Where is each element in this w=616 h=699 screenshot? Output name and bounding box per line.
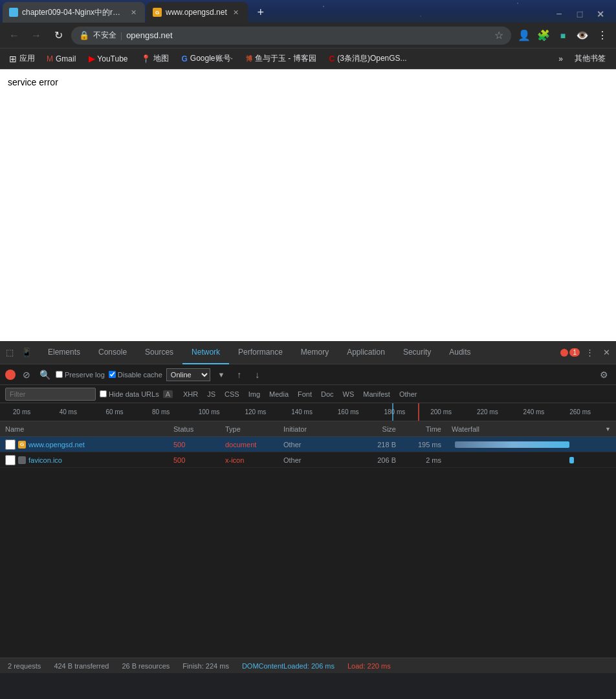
tab-sources[interactable]: Sources xyxy=(136,341,182,364)
tab-performance[interactable]: Performance xyxy=(229,341,292,364)
row2-initiator: Other xyxy=(278,456,356,464)
import-btn[interactable]: ↑ xyxy=(232,368,247,382)
menu-button[interactable]: ⋮ xyxy=(593,27,611,45)
tab1-favicon xyxy=(9,8,18,17)
devtools-more-btn[interactable]: ⋮ xyxy=(582,346,597,360)
record-button[interactable] xyxy=(5,370,16,380)
address-bar[interactable]: 🔒 不安全 | opengsd.net ☆ xyxy=(71,27,511,45)
extension-mascot-button[interactable]: 👁️ xyxy=(573,27,591,45)
bookmark-gmail[interactable]: M Gmail xyxy=(41,53,81,65)
export-btn[interactable]: ↓ xyxy=(250,368,265,382)
tab-application[interactable]: Application xyxy=(338,341,394,364)
close-window-button[interactable]: ✕ xyxy=(591,5,610,23)
col-header-size[interactable]: Size xyxy=(356,425,401,433)
table-row[interactable]: G www.opengsd.net 500 document Other 218… xyxy=(0,437,616,452)
forward-button[interactable]: → xyxy=(27,27,45,45)
bookmark-blog[interactable]: 博 鱼与于玉 - 博客园 xyxy=(241,52,322,65)
tab2-close-btn[interactable]: ✕ xyxy=(231,7,241,17)
filter-other[interactable]: Other xyxy=(395,390,421,399)
bookmark-youtube[interactable]: ▶ YouTube xyxy=(83,53,133,65)
back-button[interactable]: ← xyxy=(5,27,23,45)
tab-security[interactable]: Security xyxy=(394,341,440,364)
filter-ws[interactable]: WS xyxy=(339,390,358,399)
mark-260ms: 260 ms xyxy=(569,408,616,416)
error-circle-icon xyxy=(560,349,568,357)
tab1-title: chapter009-04-Nginx中的rewri... xyxy=(22,7,124,18)
col-header-time[interactable]: Time xyxy=(401,425,446,433)
bookmark-maps[interactable]: 📍 地图 xyxy=(136,52,174,65)
disable-cache-checkbox[interactable] xyxy=(109,371,116,378)
user-profile-button[interactable]: 👤 xyxy=(515,27,533,45)
col-header-status[interactable]: Status xyxy=(168,425,220,433)
apps-button[interactable]: ⊞ 应用 xyxy=(5,52,39,65)
filter-manifest[interactable]: Manifest xyxy=(359,390,394,399)
extension-button[interactable]: 🧩 xyxy=(534,27,553,45)
color-icon[interactable]: ■ xyxy=(554,27,572,45)
mark-220ms: 220 ms xyxy=(477,408,523,416)
bookmark-maps-label: 地图 xyxy=(153,53,169,64)
hide-data-urls-checkbox[interactable] xyxy=(100,390,107,397)
search-button[interactable]: 🔍 xyxy=(38,368,52,382)
tab-elements[interactable]: Elements xyxy=(39,341,89,364)
row1-time: 195 ms xyxy=(401,441,446,449)
tab-audits[interactable]: Audits xyxy=(440,341,479,364)
bookmark-star-icon[interactable]: ☆ xyxy=(494,29,503,41)
col-header-type[interactable]: Type xyxy=(220,425,278,433)
row1-name: www.opengsd.net xyxy=(28,441,85,449)
tab-network[interactable]: Network xyxy=(182,341,229,364)
filter-xhr[interactable]: XHR xyxy=(179,390,202,399)
row2-checkbox[interactable] xyxy=(5,455,16,465)
stop-button[interactable]: ⊘ xyxy=(19,368,34,382)
devtools-panel: ⬚ 📱 Elements Console Sources Network Per… xyxy=(0,341,616,673)
devtools-status-bar: 2 requests 424 B transferred 26 B resour… xyxy=(0,658,616,673)
filter-js[interactable]: JS xyxy=(203,390,219,399)
hide-data-urls-label: Hide data URLs xyxy=(100,390,159,398)
col-header-initiator[interactable]: Initiator xyxy=(278,425,356,433)
maximize-button[interactable]: □ xyxy=(571,5,589,23)
address-url: opengsd.net xyxy=(126,30,173,40)
table-row[interactable]: favicon.ico 500 x-icon Other 206 B 2 ms xyxy=(0,452,616,468)
mark-40ms: 40 ms xyxy=(60,408,106,416)
throttle-select[interactable]: Online Fast 3G Slow 3G Offline xyxy=(166,368,210,381)
tab-chapter009[interactable]: chapter009-04-Nginx中的rewri... ✕ xyxy=(3,2,145,23)
devtools-inspect-btn[interactable]: ⬚ xyxy=(3,346,17,360)
bookmark-opengsd[interactable]: C (3条消息)OpenGS... xyxy=(324,52,412,65)
network-table-header: Name Status Type Initiator Size Time Wat… xyxy=(0,421,616,437)
devtools-close-btn[interactable]: ✕ xyxy=(599,346,613,360)
throttle-down-icon[interactable]: ▼ xyxy=(214,368,228,382)
filter-doc[interactable]: Doc xyxy=(317,390,338,399)
tab-console[interactable]: Console xyxy=(89,341,136,364)
other-bookmarks-label: 其他书签 xyxy=(575,53,606,64)
other-bookmarks-button[interactable]: 其他书签 xyxy=(569,52,611,65)
filter-img[interactable]: Img xyxy=(245,390,264,399)
tab-opengsd[interactable]: G www.opengsd.net ✕ xyxy=(146,2,248,23)
tab-memory[interactable]: Memory xyxy=(292,341,338,364)
all-badge: A xyxy=(163,390,173,398)
col-header-waterfall[interactable]: Waterfall ▼ xyxy=(446,425,616,433)
more-bookmarks-button[interactable]: » xyxy=(555,53,567,65)
requests-count: 2 requests xyxy=(8,662,41,670)
refresh-button[interactable]: ↻ xyxy=(49,27,67,45)
tab1-close-btn[interactable]: ✕ xyxy=(128,7,138,17)
new-tab-button[interactable]: + xyxy=(252,3,270,21)
disable-cache-text: Disable cache xyxy=(118,371,162,379)
filter-font[interactable]: Font xyxy=(294,390,316,399)
filter-css[interactable]: CSS xyxy=(221,390,243,399)
mark-240ms: 240 ms xyxy=(523,408,570,416)
filter-input[interactable] xyxy=(5,388,96,401)
devtools-settings-btn[interactable]: ⚙ xyxy=(597,368,611,382)
waterfall-sort-arrow: ▼ xyxy=(605,426,611,432)
devtools-device-btn[interactable]: 📱 xyxy=(19,346,34,360)
maps-favicon: 📍 xyxy=(141,54,151,63)
row1-waterfall-bar-container xyxy=(452,439,611,450)
bookmark-google-account[interactable]: G Google账号· xyxy=(177,52,238,65)
row1-size: 218 B xyxy=(356,441,401,449)
preserve-log-checkbox[interactable] xyxy=(56,371,63,378)
row1-checkbox[interactable] xyxy=(5,439,16,450)
mark-20ms: 20 ms xyxy=(13,408,60,416)
col-header-name[interactable]: Name xyxy=(0,425,168,433)
minimize-button[interactable]: − xyxy=(550,5,568,23)
window-controls: − □ ✕ xyxy=(550,5,610,23)
filter-media[interactable]: Media xyxy=(265,390,292,399)
mark-160ms: 160 ms xyxy=(338,408,384,416)
